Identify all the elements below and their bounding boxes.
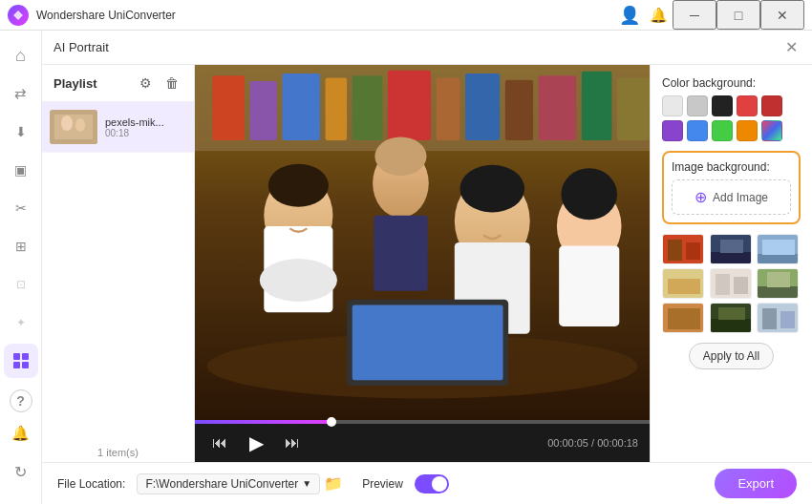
playlist-delete-btn[interactable]: 🗑 [161,73,182,94]
toggle-knob [432,476,447,492]
swatch-dark-red[interactable] [761,95,782,116]
dialog-title: AI Portrait [53,40,109,54]
rewind-btn[interactable]: ⏮ [206,430,233,456]
bg-thumb-5[interactable] [710,268,752,299]
progress-bar[interactable] [195,420,650,424]
svg-rect-54 [758,286,799,299]
dialog-close-btn[interactable]: ✕ [780,36,802,59]
close-btn[interactable]: ✕ [760,0,804,30]
svg-rect-60 [718,307,745,320]
svg-point-31 [459,165,524,213]
sidebar-item-scissors[interactable]: ✂ [4,191,38,225]
svg-rect-11 [250,81,277,140]
sidebar-help-btn[interactable]: ? [10,389,32,412]
app-title: Wondershare UniConverter [36,9,326,22]
play-btn[interactable]: ▶ [241,428,271,458]
svg-rect-21 [617,78,650,140]
svg-rect-38 [353,304,503,380]
svg-rect-57 [668,308,700,329]
sidebar-item-home[interactable]: ⌂ [4,38,38,73]
playlist-panel: Playlist ⚙ 🗑 [42,65,195,462]
notification-btn[interactable]: 🔔 [644,5,673,26]
svg-rect-3 [22,362,29,368]
playlist-item-info: pexels-mik... 00:18 [105,116,186,138]
current-time: 00:00:05 [547,437,588,449]
color-bg-label: Color background: [662,76,801,90]
maximize-btn[interactable]: □ [716,0,760,30]
sidebar-refresh-btn[interactable]: ↻ [4,454,38,489]
controls-row: ⏮ ▶ ⏭ 00:00:05 / 00:00:18 [195,424,650,462]
add-image-btn[interactable]: ⊕ Add Image [672,179,791,215]
svg-rect-10 [212,75,245,140]
preview-toggle[interactable] [415,474,449,494]
sidebar-item-grid[interactable] [4,344,38,378]
sidebar-bell-btn[interactable]: 🔔 [4,416,38,451]
swatch-orange[interactable] [737,120,758,141]
svg-rect-19 [539,75,576,140]
file-path-text: F:\Wondershare UniConverter [145,477,298,491]
swatch-multicolor[interactable] [761,120,782,141]
sidebar-item-download[interactable]: ⬇ [4,115,38,149]
bg-thumb-8[interactable] [710,303,752,333]
sidebar-item-merge[interactable]: ⊞ [4,229,38,263]
color-bg-section: Color background: [662,76,801,141]
time-display: 00:00:05 / 00:00:18 [547,437,638,449]
bg-thumb-4[interactable] [662,268,704,299]
color-swatches [662,95,801,141]
item-count: 1 item(s) [42,443,194,462]
sidebar-item-convert[interactable]: ⇄ [4,76,38,111]
ai-portrait-dialog: AI Portrait ✕ Playlist ⚙ 🗑 [42,31,812,504]
playlist-header: Playlist ⚙ 🗑 [42,65,194,102]
bg-thumb-1[interactable] [662,234,704,264]
bg-thumbnails [662,234,801,333]
minimize-btn[interactable]: ─ [673,0,716,30]
file-path-btn[interactable]: F:\Wondershare UniConverter ▼ [137,473,320,494]
playlist-thumbnail [50,110,97,144]
bg-thumb-2[interactable] [710,234,752,264]
progress-fill [195,420,331,424]
chevron-down-icon: ▼ [302,478,311,489]
file-location-label: File Location: [57,477,125,491]
playlist-item[interactable]: pexels-mik... 00:18 [42,102,194,153]
titlebar: Wondershare UniConverter 👤 🔔 ─ □ ✕ [0,0,812,31]
video-area: ⏮ ▶ ⏭ 00:00:05 / 00:00:18 [195,65,650,462]
playlist-title: Playlist [53,76,97,91]
svg-rect-43 [711,252,752,264]
playlist-settings-btn[interactable]: ⚙ [135,73,156,94]
app-logo [8,5,29,26]
swatch-blue[interactable] [687,120,708,141]
svg-rect-13 [326,78,348,140]
export-btn[interactable]: Export [715,469,797,498]
svg-rect-15 [388,71,431,140]
svg-rect-29 [374,216,427,291]
apply-all-btn[interactable]: Apply to All [689,343,774,369]
swatch-black[interactable] [712,95,733,116]
open-folder-btn[interactable]: 📁 [324,474,343,493]
bg-thumb-9[interactable] [757,303,799,333]
swatch-light-gray[interactable] [687,95,708,116]
playlist-item-name: pexels-mik... [105,116,186,128]
svg-point-6 [61,116,73,131]
swatch-red[interactable] [737,95,758,116]
user-icon-btn[interactable]: 👤 [615,5,644,26]
image-bg-section: Image background: ⊕ Add Image [662,151,801,224]
bg-thumb-7[interactable] [662,303,704,333]
preview-label: Preview [362,477,403,491]
swatch-green[interactable] [712,120,733,141]
svg-rect-46 [758,254,799,264]
sidebar-item-screen[interactable]: ▣ [4,153,38,187]
plus-icon: ⊕ [694,188,707,206]
swatch-purple[interactable] [662,120,683,141]
sidebar-item-effects[interactable]: ✦ [4,305,38,340]
svg-rect-49 [668,279,700,294]
bg-thumb-6[interactable] [757,268,799,299]
svg-rect-40 [668,240,682,261]
file-path-display: F:\Wondershare UniConverter ▼ 📁 [137,473,343,494]
forward-btn[interactable]: ⏭ [279,430,306,456]
svg-rect-2 [13,362,20,368]
bottom-bar: File Location: F:\Wondershare UniConvert… [42,462,812,504]
playlist-actions: ⚙ 🗑 [135,73,182,94]
bg-thumb-3[interactable] [757,234,799,264]
sidebar-item-compress[interactable]: ⊡ [4,267,38,302]
swatch-white[interactable] [662,95,683,116]
